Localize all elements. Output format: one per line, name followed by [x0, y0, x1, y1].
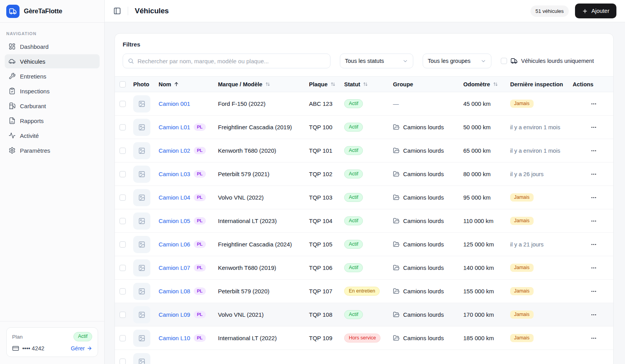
heavy-vehicle-badge: PL — [194, 241, 206, 248]
heavy-vehicle-badge: PL — [194, 170, 206, 178]
heavy-vehicle-badge: PL — [194, 123, 206, 131]
table-row: Camion L05 PL International LT (2023) TQ… — [115, 209, 613, 233]
search-input[interactable] — [138, 58, 325, 64]
table-header: PhotoNomMarque / ModèlePlaqueStatutGroup… — [115, 76, 613, 92]
sidebar-item-carburant[interactable]: Carburant — [5, 99, 100, 113]
add-vehicle-button[interactable]: Ajouter — [575, 4, 616, 18]
column-header-statut[interactable]: Statut — [344, 81, 393, 87]
vehicle-name-link[interactable]: Camion L01 — [159, 124, 190, 130]
sidebar-item-inspections[interactable]: Inspections — [5, 84, 100, 98]
vehicle-photo-placeholder — [133, 259, 150, 277]
status-filter-select[interactable]: Tous les statuts — [340, 54, 413, 68]
inspection-date: il y a environ 1 mois — [510, 148, 560, 154]
column-header-plaque[interactable]: Plaque — [309, 81, 344, 87]
sidebar-item-entretiens[interactable]: Entretiens — [5, 69, 100, 83]
row-actions-button[interactable] — [588, 286, 599, 297]
clipboard-check-icon — [9, 87, 16, 95]
column-header-marque-modele[interactable]: Marque / Modèle — [218, 81, 309, 87]
row-actions-button[interactable] — [588, 239, 599, 250]
row-checkbox[interactable] — [120, 288, 126, 294]
vehicle-model: Peterbilt 579 (2021) — [218, 171, 270, 177]
row-actions-button[interactable] — [588, 216, 599, 227]
truck-logo-icon — [6, 5, 20, 18]
fuel-icon — [9, 102, 16, 109]
ellipsis-icon — [591, 101, 597, 107]
vehicle-plate: TQP 100 — [309, 124, 332, 130]
row-checkbox[interactable] — [120, 312, 126, 318]
vehicle-plate: TQP 108 — [309, 311, 332, 318]
row-actions-button[interactable] — [588, 98, 599, 109]
sidebar-item-label: Rapports — [20, 118, 44, 124]
vehicle-name-link[interactable]: Camion L05 — [159, 218, 190, 224]
row-checkbox[interactable] — [120, 148, 126, 154]
sidebar-toggle-button[interactable] — [112, 5, 123, 16]
column-header-odometre[interactable]: Odomètre — [463, 81, 510, 87]
vehicle-name-link[interactable]: Camion L03 — [159, 171, 190, 177]
table-row: Camion L07 PL Kenworth T680 (2019) TQP 1… — [115, 256, 613, 280]
table-row: Camion L02 PL Kenworth T680 (2020) TQP 1… — [115, 139, 613, 162]
row-actions-button[interactable] — [588, 309, 599, 320]
vehicle-photo-placeholder — [133, 236, 150, 253]
table-row — [115, 350, 613, 364]
row-checkbox[interactable] — [120, 241, 126, 248]
ellipsis-icon — [591, 124, 597, 130]
row-checkbox[interactable] — [120, 194, 126, 201]
sidebar-item-rapports[interactable]: Rapports — [5, 114, 100, 128]
vehicle-name-link[interactable]: Camion L06 — [159, 241, 190, 248]
vehicle-name-link[interactable]: Camion 001 — [159, 100, 190, 107]
row-checkbox[interactable] — [120, 101, 126, 107]
status-badge: Actif — [344, 99, 363, 109]
status-badge: Actif — [344, 123, 363, 132]
vehicle-name-link[interactable]: Camion L10 — [159, 335, 190, 341]
table-row: Camion L04 PL Volvo VNL (2022) TQP 103 A… — [115, 186, 613, 209]
heavy-only-label: Véhicules lourds uniquement — [521, 58, 594, 64]
row-checkbox[interactable] — [120, 124, 126, 130]
row-actions-button[interactable] — [588, 262, 599, 273]
row-checkbox[interactable] — [120, 218, 126, 224]
sidebar-item-vehicules[interactable]: Véhicules — [5, 54, 100, 68]
row-checkbox[interactable] — [120, 265, 126, 271]
heavy-only-checkbox[interactable] — [501, 58, 507, 64]
vehicle-name-link[interactable]: Camion L04 — [159, 194, 190, 201]
activity-icon — [9, 132, 16, 139]
empty-group-dash: — — [393, 100, 399, 107]
heavy-only-filter[interactable]: Véhicules lourds uniquement — [501, 57, 594, 64]
vehicle-group: Camions lourds — [403, 335, 444, 341]
vehicle-name-link[interactable]: Camion L08 — [159, 288, 190, 294]
vehicle-odometer: 45 000 km — [463, 100, 491, 107]
row-actions-button[interactable] — [588, 192, 599, 203]
vehicle-model: Peterbilt 579 (2020) — [218, 288, 270, 294]
content-area: Filtres Tous les statuts — [105, 22, 625, 364]
inspection-date: il y a 26 jours — [510, 171, 543, 177]
vehicle-name-link[interactable]: Camion L02 — [159, 147, 190, 154]
table-row: Camion L03 PL Peterbilt 579 (2021) TQP 1… — [115, 162, 613, 186]
plan-status-badge: Actif — [73, 332, 92, 341]
main-area: Véhicules 51 véhicules Ajouter Filtres — [105, 0, 625, 364]
vehicle-photo-placeholder — [133, 283, 150, 300]
vehicle-plate: TQP 101 — [309, 147, 332, 154]
row-actions-button[interactable] — [588, 122, 599, 133]
heavy-vehicle-badge: PL — [194, 147, 206, 154]
row-checkbox[interactable] — [120, 359, 126, 364]
manage-plan-link[interactable]: Gérer — [71, 345, 92, 352]
panel-left-icon — [113, 7, 121, 15]
row-actions-button[interactable] — [588, 145, 599, 156]
row-actions-button[interactable] — [588, 333, 599, 344]
sidebar-item-parametres[interactable]: Paramètres — [5, 143, 100, 157]
sidebar-item-activite[interactable]: Activité — [5, 128, 100, 143]
vehicle-model: Volvo VNL (2022) — [218, 194, 264, 201]
group-filter-select[interactable]: Tous les groupes — [423, 54, 491, 68]
vehicle-name-link[interactable]: Camion L09 — [159, 311, 190, 318]
row-actions-button[interactable] — [588, 169, 599, 180]
vehicle-odometer: 95 000 km — [463, 194, 491, 201]
column-header-nom[interactable]: Nom — [159, 81, 218, 87]
chevron-down-icon — [480, 58, 486, 64]
row-checkbox[interactable] — [120, 171, 126, 177]
sort-icon — [362, 81, 368, 87]
select-all-checkbox[interactable] — [120, 81, 126, 87]
vehicle-model: International LT (2023) — [218, 218, 277, 224]
row-checkbox[interactable] — [120, 335, 126, 341]
status-badge: Hors service — [344, 334, 380, 343]
sidebar-item-dashboard[interactable]: Dashboard — [5, 39, 100, 54]
vehicle-name-link[interactable]: Camion L07 — [159, 264, 190, 271]
